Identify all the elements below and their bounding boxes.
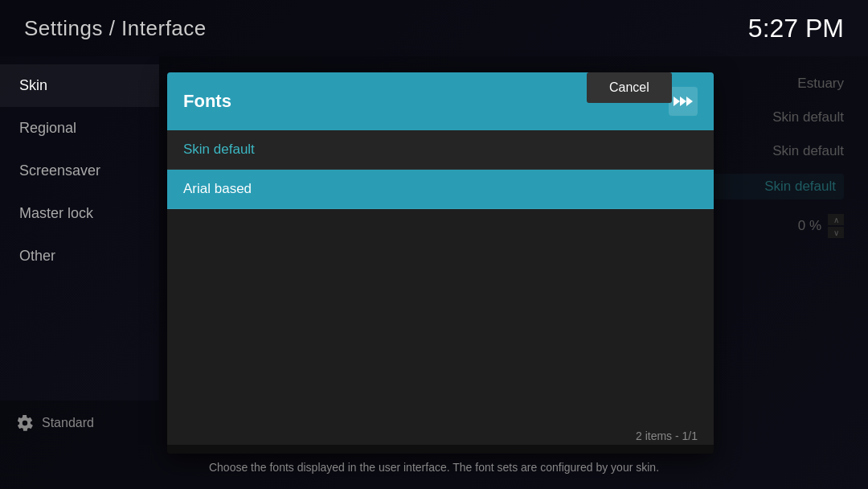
dialog-item-skin-default[interactable]: Skin default: [167, 130, 714, 170]
sidebar-item-other[interactable]: Other: [0, 235, 159, 277]
header: Settings / Interface 5:27 PM: [0, 0, 868, 56]
dialog-title: Fonts: [183, 91, 231, 112]
sidebar-item-skin[interactable]: Skin: [0, 64, 159, 107]
clock: 5:27 PM: [748, 14, 844, 43]
statusbar-text: Choose the fonts displayed in the user i…: [209, 461, 659, 474]
fonts-dialog: Fonts Skin default Arial based 2 items -…: [167, 72, 714, 454]
kodi-logo-icon: [669, 87, 698, 116]
cancel-button[interactable]: Cancel: [587, 72, 672, 103]
sidebar: Skin Regional Screensaver Master lock Ot…: [0, 56, 159, 445]
sidebar-item-masterlock[interactable]: Master lock: [0, 192, 159, 235]
items-count: 2 items - 1/1: [636, 429, 698, 442]
sidebar-item-regional[interactable]: Regional: [0, 107, 159, 150]
gear-icon: [16, 414, 34, 432]
statusbar: Choose the fonts displayed in the user i…: [0, 445, 868, 489]
sidebar-item-screensaver[interactable]: Screensaver: [0, 150, 159, 192]
sidebar-footer-label: Standard: [42, 416, 94, 430]
dialog-body: Skin default Arial based: [167, 130, 714, 418]
dialog-item-arial-based[interactable]: Arial based: [167, 170, 714, 209]
dialog-empty-space: [167, 209, 714, 418]
page-title: Settings / Interface: [24, 16, 207, 41]
modal-overlay: Fonts Skin default Arial based 2 items -…: [159, 56, 868, 445]
sidebar-footer[interactable]: Standard: [0, 401, 159, 445]
